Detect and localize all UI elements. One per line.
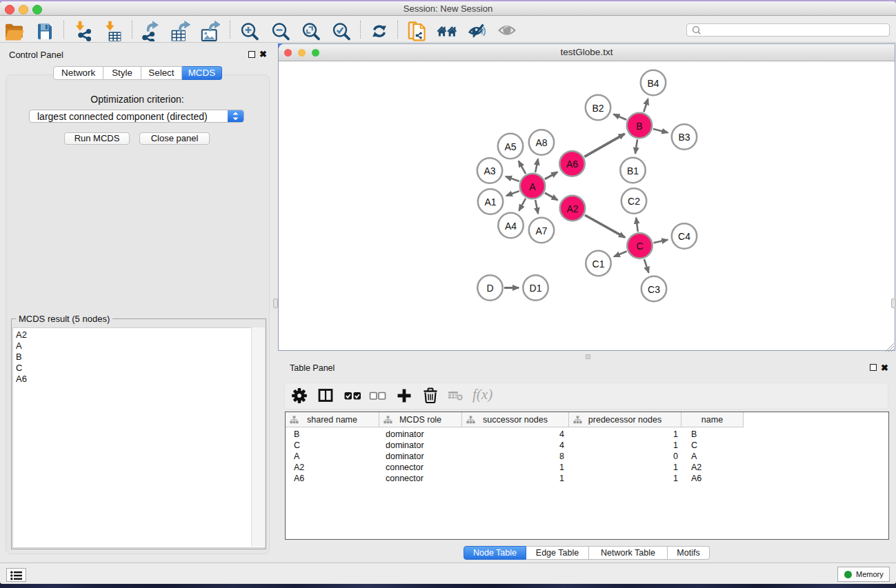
svg-text:A4: A4	[505, 221, 517, 232]
svg-text:B2: B2	[592, 103, 604, 114]
svg-text:C3: C3	[648, 284, 660, 295]
svg-text:A: A	[529, 181, 536, 192]
svg-text:B1: B1	[627, 165, 639, 176]
svg-text:D1: D1	[530, 283, 542, 294]
svg-text:A5: A5	[504, 141, 516, 152]
svg-text:A8: A8	[535, 137, 547, 148]
svg-text:B4: B4	[647, 78, 659, 89]
svg-text:C4: C4	[678, 231, 690, 242]
svg-text:A6: A6	[566, 159, 578, 170]
svg-text:C1: C1	[593, 258, 605, 270]
svg-text:C2: C2	[628, 196, 640, 207]
svg-text:A2: A2	[566, 203, 578, 214]
svg-text:B: B	[636, 121, 642, 132]
svg-text:D: D	[486, 283, 493, 294]
svg-text:B3: B3	[678, 132, 690, 143]
svg-text:C: C	[636, 241, 643, 252]
svg-text:A1: A1	[484, 196, 496, 207]
svg-text:A7: A7	[535, 225, 547, 236]
svg-text:A3: A3	[484, 165, 495, 176]
